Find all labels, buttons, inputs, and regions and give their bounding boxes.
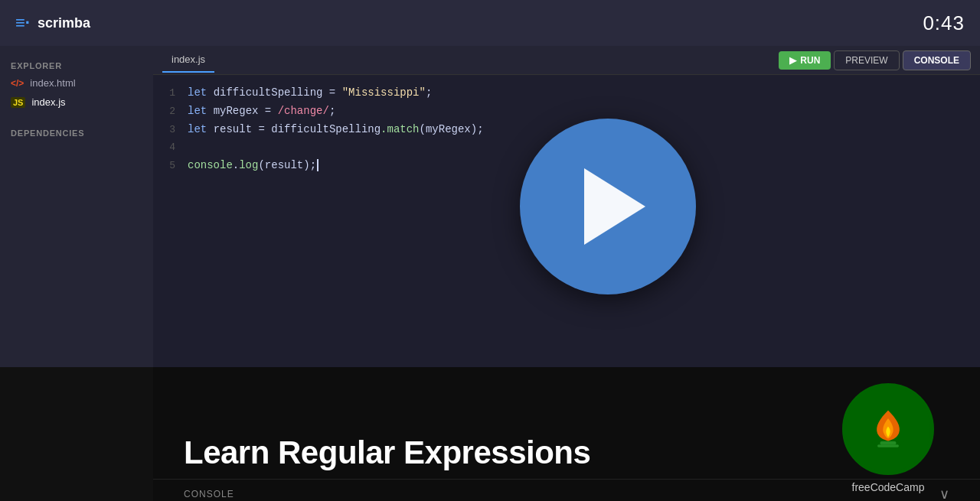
timer: 0:43 [923, 11, 965, 35]
html-file-icon: </> [11, 78, 24, 89]
bottom-section: Learn Regular Expressions CONSOLE ∨ free… [0, 367, 980, 501]
editor-tab-bar: index.js ▶ RUN PREVIEW CONSOLE [153, 46, 980, 75]
logo-text: scrimba [38, 15, 90, 31]
code-content-5: console.log(result); [188, 157, 325, 175]
line-num-2: 2 [153, 103, 188, 120]
code-content-4 [188, 138, 194, 157]
editor-tab-index-js[interactable]: index.js [162, 47, 214, 73]
code-content-1: let difficultSpelling = "Mississippi"; [188, 84, 432, 102]
header: ≡· scrimba 0:43 [0, 0, 980, 46]
line-num-3: 3 [153, 122, 188, 138]
code-content-2: let myRegex = /change/; [188, 102, 335, 121]
logo: ≡· scrimba [15, 13, 90, 33]
editor-toolbar: ▶ RUN PREVIEW CONSOLE [779, 50, 971, 70]
console-button[interactable]: CONSOLE [903, 50, 971, 70]
code-content-3: let result = difficultSpelling.match(myR… [188, 121, 484, 139]
run-button[interactable]: ▶ RUN [779, 51, 831, 70]
run-label: RUN [800, 55, 820, 66]
line-num-5: 5 [153, 158, 188, 174]
sidebar-item-index-js[interactable]: JS index.js [0, 93, 153, 112]
fcc-logo-svg [861, 402, 915, 456]
preview-button[interactable]: PREVIEW [834, 50, 899, 70]
chevron-down-icon[interactable]: ∨ [939, 486, 949, 501]
js-file-name: index.js [31, 96, 65, 108]
fcc-logo [842, 383, 934, 475]
code-line-1: 1 let difficultSpelling = "Mississippi"; [153, 84, 980, 102]
main-area: EXPLORER </> index.html JS index.js DEPE… [0, 46, 980, 367]
js-file-icon: JS [11, 97, 25, 108]
scrimba-logo-icon: ≡· [15, 13, 30, 33]
svg-rect-2 [877, 444, 899, 447]
console-bottom-label: CONSOLE [184, 489, 234, 499]
svg-rect-1 [880, 441, 897, 444]
bottom-sidebar [0, 367, 153, 501]
explorer-label: EXPLORER [0, 57, 153, 73]
dependencies-label: DEPENDENCIES [0, 124, 153, 141]
fcc-label: freeCodeCamp [852, 481, 925, 493]
play-triangle-icon [584, 168, 645, 245]
play-button[interactable] [520, 119, 696, 294]
line-num-4: 4 [153, 139, 188, 156]
run-play-icon: ▶ [789, 55, 796, 66]
editor-area: index.js ▶ RUN PREVIEW CONSOLE 1 let dif… [153, 46, 980, 367]
html-file-name: index.html [30, 77, 75, 89]
play-overlay [520, 119, 696, 294]
line-num-1: 1 [153, 85, 188, 102]
sidebar: EXPLORER </> index.html JS index.js DEPE… [0, 46, 153, 367]
sidebar-item-index-html[interactable]: </> index.html [0, 73, 153, 93]
fcc-badge: freeCodeCamp [842, 383, 934, 493]
